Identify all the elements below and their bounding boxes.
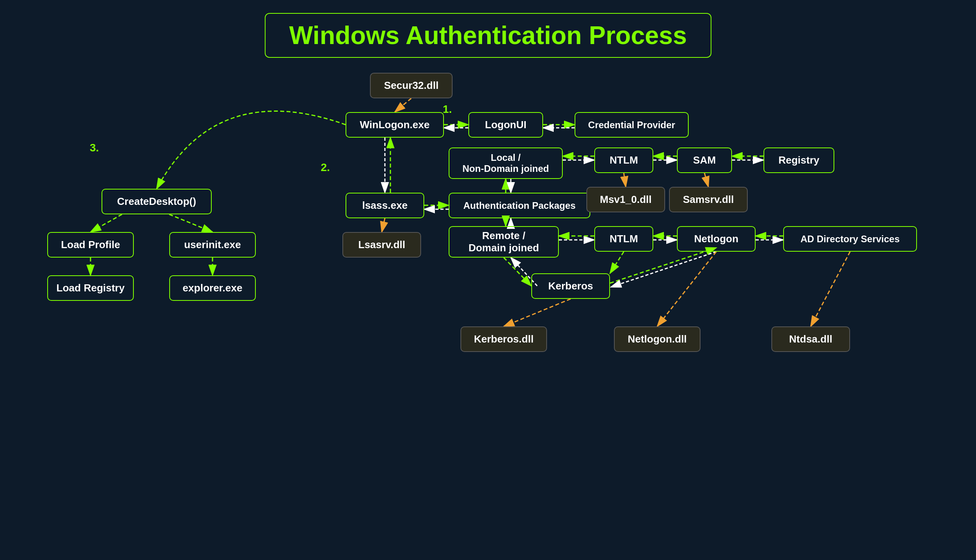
node-samsrv: Samsrv.dll [669,187,748,212]
svg-line-33 [610,248,716,283]
node-load_profile: Load Profile [47,232,134,258]
label-num1: 1. [443,103,452,116]
node-netlogon_dll: Netlogon.dll [614,326,701,352]
node-kerberos: Kerberos [531,273,610,299]
svg-line-31 [504,258,531,286]
node-credential: Credential Provider [575,112,689,138]
node-ntlm_top: NTLM [594,147,653,173]
node-winlogon: WinLogon.exe [346,112,444,138]
node-ad_dir: AD Directory Services [783,226,917,252]
node-msv1: Msv1_0.dll [586,187,665,212]
svg-line-38 [610,252,624,273]
svg-line-24 [704,173,708,187]
node-sam: SAM [677,147,732,173]
node-secur32: Secur32.dll [370,73,453,98]
svg-line-36 [657,252,716,326]
node-auth_pkg: Authentication Packages [449,193,590,218]
label-num2: 2. [321,161,330,174]
title-box: Windows Authentication Process [265,13,712,58]
label-num3: 3. [90,142,99,154]
svg-line-35 [504,299,571,326]
node-create_desktop: CreateDesktop() [102,189,212,214]
node-explorer: explorer.exe [169,275,256,301]
svg-line-23 [624,173,626,187]
svg-line-43 [382,218,385,232]
node-lsass: lsass.exe [346,193,424,218]
node-kerberos_dll: Kerberos.dll [460,326,547,352]
node-ntdsa_dll: Ntdsa.dll [771,326,850,352]
node-load_registry: Load Registry [47,275,134,301]
node-logonui: LogonUI [468,112,543,138]
node-registry: Registry [763,147,834,173]
svg-line-37 [811,252,850,326]
node-ntlm_bot: NTLM [594,226,653,252]
node-userinit: userinit.exe [169,232,256,258]
svg-line-4 [395,98,411,112]
page-title: Windows Authentication Process [289,21,687,50]
node-lsasrv: Lsasrv.dll [342,232,421,258]
svg-line-39 [91,214,122,232]
arrows-svg [0,0,976,560]
node-local_non: Local / Non-Domain joined [449,147,563,179]
svg-line-41 [169,214,213,232]
node-remote_dom: Remote / Domain joined [449,226,559,258]
svg-line-34 [611,252,716,287]
node-netlogon: Netlogon [677,226,756,252]
